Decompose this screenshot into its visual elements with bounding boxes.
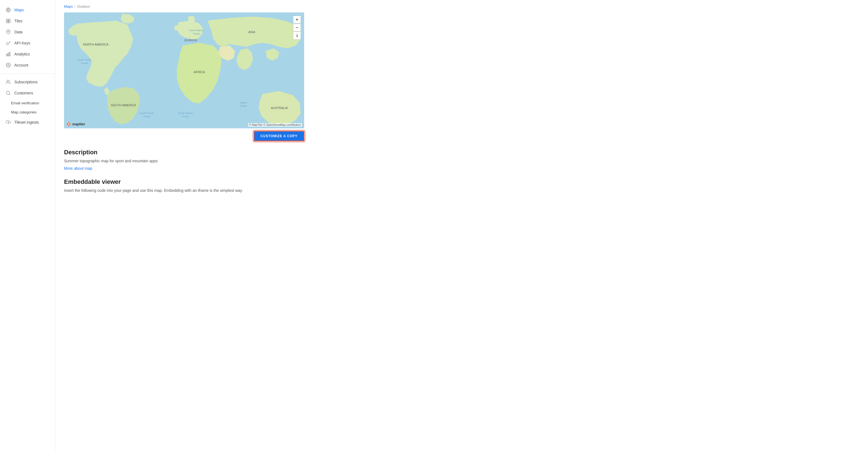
globe-icon (5, 7, 11, 13)
map-preview: NORTH AMERICA EUROPE ASIA AFRICA SOUTH A… (64, 12, 304, 128)
sidebar-email-verification-label: Email verification (11, 101, 39, 105)
svg-point-11 (8, 65, 9, 66)
svg-rect-8 (6, 54, 7, 56)
svg-text:AUSTRALIA: AUSTRALIA (271, 106, 288, 110)
sidebar-item-tileset-ingests[interactable]: Tileset ingests (0, 117, 55, 128)
maptiler-logo-text: maptiler (72, 122, 85, 126)
embeddable-viewer-title: Embeddable viewer (64, 178, 859, 185)
breadcrumb-parent[interactable]: Maps (64, 4, 73, 8)
sidebar-item-subscriptions[interactable]: Subscriptions (0, 77, 55, 88)
zoom-out-button[interactable]: − (293, 24, 301, 31)
sidebar: Maps Tiles Data API Keys (0, 0, 55, 451)
world-map-svg: NORTH AMERICA EUROPE ASIA AFRICA SOUTH A… (64, 12, 304, 128)
svg-text:South Atlantic: South Atlantic (178, 112, 193, 115)
svg-point-35 (68, 124, 69, 125)
gear-icon (5, 62, 11, 68)
sidebar-map-categories-label: Map categories (11, 110, 36, 114)
customize-row: CUSTOMIZE A COPY (64, 131, 304, 141)
upload-icon (5, 120, 11, 125)
svg-line-14 (9, 94, 10, 95)
svg-text:North Pacific: North Pacific (78, 59, 92, 61)
sidebar-analytics-label: Analytics (14, 52, 30, 56)
sidebar-item-tiles[interactable]: Tiles (0, 16, 55, 27)
sidebar-item-map-categories[interactable]: Map categories (0, 108, 55, 117)
breadcrumb: Maps / Outdoor (64, 4, 859, 8)
key-icon (5, 40, 11, 46)
svg-rect-3 (8, 19, 10, 21)
svg-rect-4 (6, 21, 8, 23)
tiles-icon (5, 18, 11, 24)
svg-rect-10 (9, 52, 10, 56)
sidebar-maps-label: Maps (14, 8, 24, 12)
main-content: Maps / Outdoor (55, 0, 868, 451)
customize-copy-button[interactable]: CUSTOMIZE A COPY (254, 131, 304, 141)
svg-rect-9 (8, 53, 9, 56)
sidebar-item-account[interactable]: Account (0, 60, 55, 71)
sidebar-tileset-ingests-label: Tileset ingests (14, 120, 39, 124)
sidebar-subscriptions-label: Subscriptions (14, 80, 37, 84)
description-text: Summer topographic map for sport and mou… (64, 159, 859, 163)
search-icon (5, 90, 11, 96)
sidebar-account-label: Account (14, 63, 28, 67)
sidebar-data-label: Data (14, 30, 23, 34)
svg-text:Ocean: Ocean (143, 115, 151, 118)
svg-text:Ocean: Ocean (81, 62, 89, 65)
sidebar-customers-label: Customers (14, 91, 33, 95)
svg-text:EUROPE: EUROPE (185, 39, 197, 42)
breadcrumb-current: Outdoor (77, 4, 90, 8)
zoom-in-button[interactable]: + (293, 16, 301, 24)
subscriptions-icon (5, 79, 11, 85)
svg-text:ASIA: ASIA (248, 30, 255, 34)
svg-text:SOUTH AMERICA: SOUTH AMERICA (111, 103, 136, 107)
sidebar-item-customers[interactable]: Customers (0, 88, 55, 98)
svg-text:South Pacific: South Pacific (140, 112, 154, 115)
sidebar-divider (0, 73, 55, 74)
maptiler-logo-icon (66, 122, 71, 127)
svg-point-12 (7, 80, 8, 82)
embeddable-viewer-desc: Insert the following code into your page… (64, 188, 859, 193)
svg-text:Ocean: Ocean (240, 104, 247, 108)
svg-rect-2 (6, 19, 8, 21)
data-icon (5, 29, 11, 35)
svg-text:AFRICA: AFRICA (194, 70, 205, 74)
svg-text:Indian: Indian (240, 101, 247, 104)
sidebar-item-data[interactable]: Data (0, 27, 55, 37)
more-about-map-link[interactable]: More about map (64, 166, 92, 171)
sidebar-item-maps[interactable]: Maps (0, 4, 55, 16)
sidebar-item-email-verification[interactable]: Email verification (0, 98, 55, 108)
analytics-icon (5, 51, 11, 57)
map-info-button[interactable]: ℹ (293, 32, 301, 39)
map-controls: + − ℹ (293, 16, 301, 39)
svg-point-7 (6, 43, 8, 45)
maptiler-logo: maptiler (66, 122, 85, 127)
sidebar-item-api-keys[interactable]: API Keys (0, 37, 55, 49)
svg-text:Ocean: Ocean (182, 115, 189, 118)
svg-text:Ocean: Ocean (193, 32, 200, 35)
svg-text:North Atlantic: North Atlantic (189, 29, 204, 32)
svg-text:NORTH AMERICA: NORTH AMERICA (83, 43, 108, 46)
svg-point-6 (8, 31, 9, 32)
description-title: Description (64, 149, 859, 156)
svg-rect-5 (8, 21, 10, 23)
svg-point-13 (6, 91, 10, 94)
sidebar-tiles-label: Tiles (14, 19, 22, 23)
map-attribution: © MapTiler © OpenStreetMap contributors (248, 123, 302, 127)
breadcrumb-separator: / (74, 4, 75, 8)
sidebar-api-keys-label: API Keys (14, 41, 30, 45)
sidebar-item-analytics[interactable]: Analytics (0, 49, 55, 60)
